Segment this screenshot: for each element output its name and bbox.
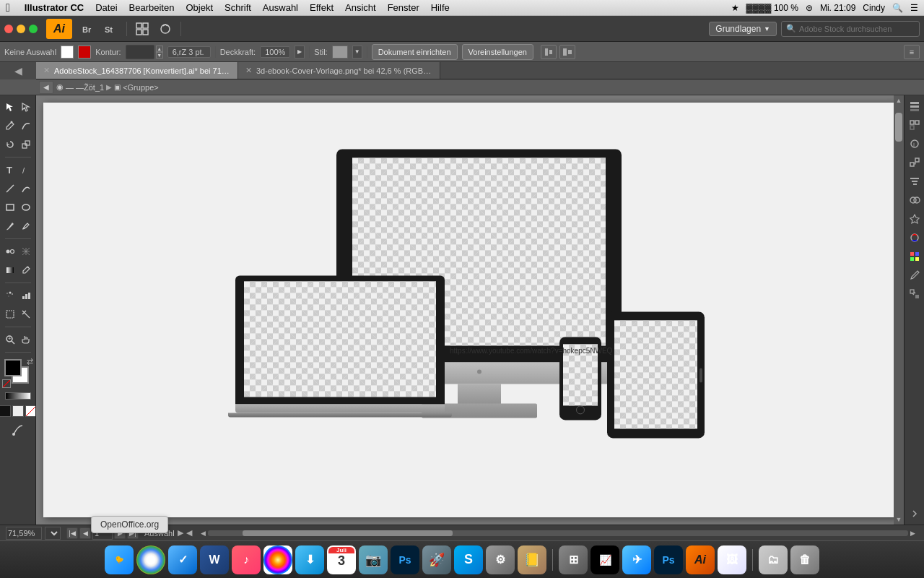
mesh-tool[interactable]: [18, 243, 34, 260]
h-scroll-right[interactable]: ▶: [910, 530, 915, 537]
pencil-tool[interactable]: [18, 217, 34, 235]
transform-panel-btn[interactable]: [907, 155, 923, 171]
fill-color-swatch[interactable]: [61, 46, 74, 59]
tab-2-close[interactable]: ✕: [245, 66, 252, 75]
freehand-tool[interactable]: [18, 117, 34, 134]
maximize-window-btn[interactable]: [29, 25, 38, 33]
menu-schrift[interactable]: Schrift: [225, 2, 251, 13]
back-arrow-btn[interactable]: ◀: [14, 65, 22, 77]
scroll-up-btn[interactable]: ▲: [894, 95, 904, 105]
dock-photoshop[interactable]: Ps: [654, 545, 683, 574]
dock-stocks[interactable]: 📈: [590, 545, 619, 574]
dock-ps-launch[interactable]: Ps: [391, 545, 419, 574]
close-window-btn[interactable]: [4, 25, 13, 33]
dock-itunes[interactable]: ♪: [232, 545, 261, 574]
expand-right-panel-btn[interactable]: [907, 506, 923, 522]
menu-objekt[interactable]: Objekt: [186, 2, 213, 13]
gradient-tool[interactable]: [2, 262, 18, 279]
dock-ai[interactable]: Ai: [686, 545, 715, 574]
opacity-arrow[interactable]: ▶: [295, 46, 305, 59]
dock-launchpad[interactable]: ⊞: [559, 545, 588, 574]
artboards-panel-btn[interactable]: [907, 117, 923, 133]
direct-selection-tool[interactable]: [18, 98, 34, 116]
paintbrush-tool[interactable]: [2, 217, 18, 235]
hand-tool[interactable]: [18, 331, 34, 348]
column-graph-tool[interactable]: [18, 287, 34, 304]
pen-tool[interactable]: [2, 117, 18, 134]
dock-skype[interactable]: S: [454, 545, 483, 574]
layers-panel-btn[interactable]: [907, 98, 923, 114]
dock-preview[interactable]: 🖼: [718, 545, 746, 574]
dock-notebook[interactable]: 📒: [518, 545, 546, 574]
tab-1[interactable]: ✕ AdobeStock_164387706 [Konvertiert].ai*…: [36, 62, 238, 79]
eyedropper-tool[interactable]: [18, 262, 34, 279]
menu-effekt[interactable]: Effekt: [310, 2, 334, 13]
ellipse-tool[interactable]: [18, 199, 34, 216]
tab-2[interactable]: ✕ 3d-ebook-Cover-Vorlage.png* bei 42,6 %…: [238, 62, 440, 79]
dock-wunderlist[interactable]: ✓: [168, 545, 197, 574]
artboard-tool[interactable]: [2, 306, 18, 323]
apple-menu[interactable]: : [6, 1, 10, 14]
arc-tool[interactable]: [18, 180, 34, 197]
pathfinder-panel-btn[interactable]: [907, 192, 923, 208]
dock-iphoto[interactable]: 📷: [359, 545, 388, 574]
scroll-thumb[interactable]: [895, 113, 902, 142]
dock-testflight[interactable]: ✈: [622, 545, 651, 574]
panel-options-btn[interactable]: ≡: [904, 45, 920, 59]
menu-auswahl[interactable]: Auswahl: [263, 2, 298, 13]
prev-page-btn[interactable]: ◀: [79, 527, 91, 539]
menu-datei[interactable]: Datei: [95, 2, 117, 13]
dock-finder[interactable]: 🐤: [105, 545, 134, 574]
style-swatch[interactable]: [332, 46, 348, 59]
stock-btn[interactable]: St: [101, 19, 121, 39]
slice-tool[interactable]: [18, 306, 34, 323]
tab-1-close[interactable]: ✕: [43, 66, 50, 75]
dock-trash[interactable]: 🗑: [790, 545, 819, 574]
dock-chrome[interactable]: [136, 545, 165, 574]
scroll-track[interactable]: [894, 105, 904, 514]
style-arrow[interactable]: ▼: [352, 46, 362, 59]
stroke-color-swatch[interactable]: [78, 46, 91, 59]
dock-syspreferences[interactable]: ⚙: [486, 545, 515, 574]
bridge-btn[interactable]: Br: [78, 19, 98, 39]
h-scrollbar-track[interactable]: [208, 530, 908, 536]
voreinstellungen-btn[interactable]: Voreinstellungen: [462, 44, 533, 60]
scroll-down-btn[interactable]: ▼: [894, 514, 904, 525]
properties-panel-btn[interactable]: i: [907, 136, 923, 152]
status-arrow-right[interactable]: ▶: [178, 528, 183, 538]
sync-icon[interactable]: [155, 19, 175, 39]
menu-bearbeiten[interactable]: Bearbeiten: [129, 2, 175, 13]
minimize-window-btn[interactable]: [17, 25, 25, 33]
color-panel-btn[interactable]: [907, 230, 923, 246]
zoom-input[interactable]: [6, 527, 42, 540]
vertical-type-tool[interactable]: /: [18, 161, 34, 178]
stroke-width-input[interactable]: [126, 45, 154, 59]
h-scroll-left[interactable]: ◀: [201, 530, 206, 537]
align-panel-btn[interactable]: [907, 173, 923, 189]
selection-tool[interactable]: [2, 98, 18, 116]
menu-ansicht[interactable]: Ansicht: [345, 2, 376, 13]
dock-safari-dl[interactable]: ⬇: [295, 545, 324, 574]
stroke-value-display[interactable]: 6,rZ 3 pt.: [167, 46, 211, 58]
layout-icon[interactable]: [132, 19, 152, 39]
stroke-up-btn[interactable]: ▲: [156, 46, 163, 52]
blend-tool[interactable]: [2, 243, 18, 260]
zoom-tool[interactable]: +: [2, 331, 18, 348]
dokument-einrichten-btn[interactable]: Dokument einrichten: [372, 44, 458, 60]
h-scrollbar-thumb[interactable]: [243, 530, 453, 536]
status-arrow-left[interactable]: ◀: [186, 528, 192, 538]
dock-calendar[interactable]: Juli 3: [327, 545, 356, 574]
stock-search-input[interactable]: [799, 25, 915, 33]
mixed-square-tool[interactable]: [25, 405, 37, 417]
dock-photos[interactable]: [263, 545, 292, 574]
search-menu-icon[interactable]: 🔍: [892, 3, 903, 13]
rect-tool[interactable]: [2, 199, 18, 216]
white-square-tool[interactable]: [12, 405, 24, 417]
art-brush-tool[interactable]: [2, 421, 34, 439]
symbols-panel-btn[interactable]: [907, 286, 923, 302]
line-tool[interactable]: [2, 180, 18, 197]
grundlagen-dropdown[interactable]: Grundlagen ▼: [709, 22, 777, 36]
dock-finder-folder[interactable]: 🗂: [759, 545, 788, 574]
hamburger-icon[interactable]: ☰: [910, 3, 918, 13]
adobe-stock-search[interactable]: 🔍: [781, 21, 920, 37]
